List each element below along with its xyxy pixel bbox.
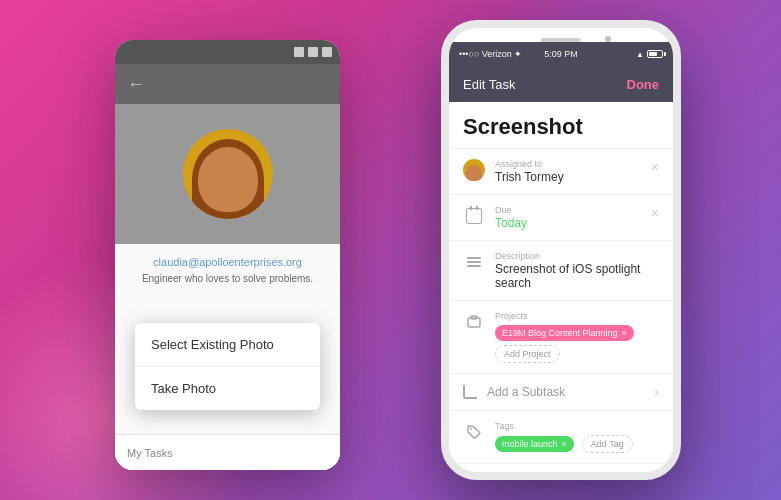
android-topbar: ← [115, 64, 340, 104]
battery-icon [647, 50, 663, 58]
calendar-svg-icon [466, 208, 482, 224]
tags-label: Tags [495, 421, 659, 431]
android-info: claudia@apolloenterprises.org Engineer w… [115, 244, 340, 285]
projects-tags: E19M Blog Content Planning × Add Project [495, 325, 659, 363]
user-avatar-face [466, 165, 482, 181]
android-statusbar [115, 40, 340, 64]
subtask-row: Add a Subtask › [449, 374, 673, 411]
due-row: Due Today × [449, 195, 673, 241]
assigned-row: Assigned to Trish Tormey × [449, 149, 673, 195]
line-2 [467, 261, 481, 263]
status-icon-1 [294, 47, 304, 57]
tags-list: mobile launch × Add Tag [495, 435, 659, 453]
mobile-tag-label: mobile launch [502, 439, 558, 449]
scene: ← claudia@apolloenterprises.org Engineer… [0, 0, 781, 500]
wifi-icon: ▲ [636, 50, 644, 59]
status-time: 5:09 PM [544, 49, 578, 59]
description-content: Description Screenshot of iOS spotlight … [495, 251, 659, 290]
avatar-silhouette [192, 139, 264, 219]
ios-body: Screenshot Assigned to Trish Tormey × [449, 102, 673, 472]
assigned-content: Assigned to Trish Tormey [495, 159, 643, 184]
task-title: Screenshot [449, 102, 673, 149]
projects-label: Projects [495, 311, 659, 321]
tag-svg-icon [467, 425, 481, 439]
select-existing-photo-option[interactable]: Select Existing Photo [135, 323, 320, 367]
edit-task-title: Edit Task [463, 77, 516, 92]
due-content: Due Today [495, 205, 643, 230]
mobile-tag-remove-icon[interactable]: × [562, 439, 567, 449]
project-tag-label: E19M Blog Content Planning [502, 328, 618, 338]
subtask-chevron-icon: › [654, 384, 659, 400]
done-button[interactable]: Done [627, 77, 660, 92]
status-left: •••○○ Verizon ✦ [459, 49, 522, 59]
add-tag-button[interactable]: Add Tag [582, 435, 633, 453]
project-tag-remove-icon[interactable]: × [622, 328, 627, 338]
user-email[interactable]: claudia@apolloenterprises.org [131, 256, 324, 268]
android-content: ← claudia@apolloenterprises.org Engineer… [115, 64, 340, 470]
mobile-launch-tag[interactable]: mobile launch × [495, 436, 574, 452]
projects-row: Projects E19M Blog Content Planning × Ad… [449, 301, 673, 374]
profile-section [115, 104, 340, 244]
avatar-face [198, 147, 258, 212]
lines-svg-icon [467, 257, 481, 267]
tags-content: Tags mobile launch × Add Tag [495, 421, 659, 453]
my-tasks-label: My Tasks [127, 447, 173, 459]
status-icon-2 [308, 47, 318, 57]
take-photo-option[interactable]: Take Photo [135, 367, 320, 410]
back-arrow-icon[interactable]: ← [127, 74, 145, 95]
battery-fill [649, 52, 657, 56]
svg-point-2 [470, 428, 472, 430]
tags-row: Tags mobile launch × Add Tag [449, 411, 673, 464]
calendar-icon [463, 205, 485, 227]
photo-menu: Select Existing Photo Take Photo [135, 323, 320, 410]
assigned-close-icon[interactable]: × [651, 159, 659, 175]
project-tag[interactable]: E19M Blog Content Planning × [495, 325, 634, 341]
line-1 [467, 257, 481, 259]
tag-icon [463, 421, 485, 443]
add-tag-label: Add Tag [591, 439, 624, 449]
ios-camera [605, 36, 611, 42]
description-row: Description Screenshot of iOS spotlight … [449, 241, 673, 301]
due-close-icon[interactable]: × [651, 205, 659, 221]
projects-content: Projects E19M Blog Content Planning × Ad… [495, 311, 659, 363]
description-value[interactable]: Screenshot of iOS spotlight search [495, 262, 659, 290]
ios-navbar: Edit Task Done [449, 66, 673, 102]
subtask-nested-icon [463, 385, 477, 399]
assigned-label: Assigned to [495, 159, 643, 169]
ios-statusbar: •••○○ Verizon ✦ 5:09 PM ▲ [449, 42, 673, 66]
avatar [183, 129, 273, 219]
avatar-icon [463, 159, 485, 181]
android-tasks-bar: My Tasks [115, 434, 340, 470]
project-svg-icon [467, 315, 481, 329]
add-project-button[interactable]: Add Project [495, 345, 560, 363]
ios-phone: •••○○ Verizon ✦ 5:09 PM ▲ Edit Task Done… [441, 20, 681, 480]
status-right: ▲ [636, 50, 663, 59]
ios-speaker [541, 38, 581, 42]
subtask-label[interactable]: Add a Subtask [487, 385, 654, 399]
lines-icon [463, 251, 485, 273]
description-label: Description [495, 251, 659, 261]
android-phone: ← claudia@apolloenterprises.org Engineer… [115, 40, 340, 470]
line-3 [467, 265, 481, 267]
assigned-value[interactable]: Trish Tormey [495, 170, 643, 184]
due-label: Due [495, 205, 643, 215]
user-bio: Engineer who loves to solve problems. [131, 272, 324, 285]
add-project-label: Add Project [504, 349, 551, 359]
user-avatar-small [463, 159, 485, 181]
due-value[interactable]: Today [495, 216, 643, 230]
project-icon [463, 311, 485, 333]
status-icon-3 [322, 47, 332, 57]
carrier-label: •••○○ Verizon ✦ [459, 49, 522, 59]
